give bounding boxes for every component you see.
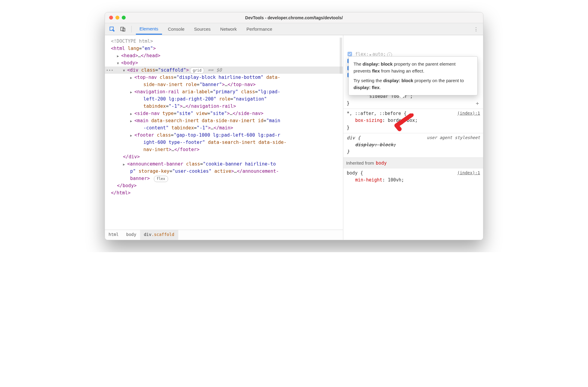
tab-console[interactable]: Console [164,24,188,34]
scrollbar[interactable] [339,35,343,240]
elements-panel: <!DOCTYPE html> <html lang="en"> ▶<head>… [105,35,343,240]
inherited-from-bar: Inherited frombody [343,158,483,169]
ua-label: user agent stylesheet [427,135,480,141]
main-body: <!DOCTYPE html> <html lang="en"> ▶<head>… [105,35,483,240]
dom-footer[interactable]: ▶<footer class="gap-top-1000 lg:pad-left… [105,132,343,139]
dom-scaffold-close[interactable]: </div> [105,153,343,160]
crumb-scaffold[interactable]: div.scaffold [140,230,178,240]
device-toggle-icon[interactable] [119,25,127,33]
annotation-arrow-icon [394,113,415,133]
devtools-window: DevTools - developer.chrome.com/tags/dev… [105,12,483,240]
titlebar: DevTools - developer.chrome.com/tags/dev… [105,12,483,23]
dom-navrail[interactable]: ▶<navigation-rail aria-label="primary" c… [105,88,343,95]
inspect-icon[interactable] [108,25,116,33]
dom-tree[interactable]: <!DOCTYPE html> <html lang="en"> ▶<head>… [105,35,343,230]
dom-html-close[interactable]: </html> [105,189,343,197]
kebab-menu-icon[interactable]: ⋮ [472,25,480,33]
dom-scaffold[interactable]: ▼<div class="scaffold">grid== $0 [105,67,343,74]
separator [131,26,132,33]
svg-rect-1 [121,27,124,31]
crumb-body[interactable]: body [123,230,140,240]
source-link[interactable]: (index):1 [457,110,480,117]
minimize-icon[interactable] [115,16,119,20]
flex-badge[interactable]: flex [154,176,168,182]
decl-min-height[interactable]: min-height: 100vh; [355,177,480,184]
grid-badge[interactable]: grid [190,67,204,74]
tab-network[interactable]: Network [217,24,240,34]
checkbox-icon[interactable] [348,52,352,56]
tab-elements[interactable]: Elements [136,24,162,35]
dom-body-close[interactable]: </body> [105,182,343,189]
breadcrumb: html body div.scaffold [105,230,343,240]
dom-main[interactable]: ▶<main data-search-inert data-side-nav-i… [105,117,343,124]
traffic-lights [105,16,126,20]
doctype[interactable]: <!DOCTYPE html> [111,39,153,44]
dom-head[interactable]: ▶<head>…</head> [105,52,343,59]
rule-user-agent[interactable]: div { user agent stylesheet display: blo… [343,133,483,158]
dom-body-open[interactable]: ▼<body> [105,59,343,67]
crumb-html[interactable]: html [105,230,123,240]
rule-body[interactable]: body { (index):1 min-height: 100vh; [343,169,483,186]
devtools-toolbar: Elements Console Sources Network Perform… [105,23,483,35]
dom-html-open[interactable]: <html lang="en"> [105,45,343,52]
decl-box-sizing[interactable]: box-sizing: border-box; [355,117,480,124]
zoom-icon[interactable] [122,16,126,20]
tab-performance[interactable]: Performance [243,24,276,34]
tab-sources[interactable]: Sources [191,24,214,34]
dom-announcement[interactable]: ▶<announcement-banner class="cookie-bann… [105,160,343,168]
inactive-css-tooltip: The display: block property on the paren… [348,56,478,95]
dom-topnav[interactable]: ▶<top-nav class="display-block hairline-… [105,74,343,81]
dollar-zero: == $0 [208,67,222,73]
source-link[interactable]: (index):1 [457,170,480,176]
dom-sidenav[interactable]: ▶<side-nav type="site" view="site">…</si… [105,110,343,117]
window-title: DevTools - developer.chrome.com/tags/dev… [105,15,483,20]
decl-display-block-ua[interactable]: display: block; [355,141,480,148]
close-icon[interactable] [109,16,113,20]
add-declaration-icon[interactable]: ＋ [475,99,480,107]
